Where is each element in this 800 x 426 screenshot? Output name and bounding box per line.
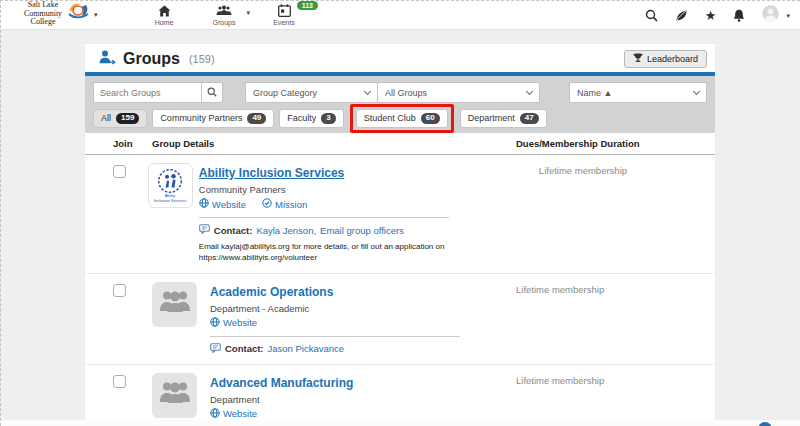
join-checkbox[interactable] (113, 284, 126, 297)
chevron-down-icon (693, 88, 700, 95)
people-group-icon (158, 380, 192, 410)
speech-bubble-icon (210, 343, 221, 355)
globe-icon (210, 408, 220, 420)
top-navbar: Salt Lake Community College ▾ Home (0, 0, 800, 30)
calendar-icon (278, 4, 291, 17)
star-icon[interactable]: ★ (705, 9, 717, 22)
mission-link[interactable]: Mission (262, 198, 307, 210)
leaderboard-button-label: Leaderboard (647, 54, 698, 64)
category-tabs: All 159 Community Partners 49 Faculty 3 … (93, 108, 707, 128)
tab-department[interactable]: Department 47 (460, 109, 547, 128)
page-title-group: Groups (159) (99, 50, 215, 69)
tab-all-label: All (101, 113, 111, 123)
group-details-cell: Ability Inclusion Services Community Par… (199, 163, 539, 264)
all-groups-select[interactable]: All Groups (377, 82, 540, 103)
group-row-academic-operations: Academic Operations Department - Academi… (85, 274, 715, 365)
group-name-link[interactable]: Ability Inclusion Services (199, 166, 344, 180)
search-input[interactable] (93, 82, 201, 103)
contact-line: Contact: Kayla Jenson, Email group offic… (199, 224, 539, 236)
groups-card: Groups (159) Leaderboard (85, 44, 715, 426)
group-category: Department - Academic (210, 303, 516, 314)
row-inner-divider (210, 336, 460, 337)
tab-all-count: 159 (116, 113, 139, 124)
tab-all[interactable]: All 159 (93, 109, 147, 128)
dues-cell: Lifetime membership (539, 163, 715, 264)
globe-icon (199, 198, 209, 210)
logo-caret-icon[interactable]: ▾ (94, 11, 98, 19)
speech-bubble-icon (199, 224, 210, 236)
school-logo[interactable]: Salt Lake Community College ▾ (14, 1, 98, 27)
dues-cell: Lifetime membership (516, 282, 715, 355)
tab-community-partners[interactable]: Community Partners 49 (152, 109, 274, 128)
tab-faculty[interactable]: Faculty 3 (279, 109, 343, 128)
email-group-officers-link[interactable]: Email group officers (320, 225, 404, 236)
bell-icon[interactable] (733, 9, 745, 22)
sort-select-value: Name ▲ (577, 88, 612, 98)
group-category-select-value: Group Category (253, 88, 317, 98)
join-checkbox[interactable] (113, 165, 126, 178)
contact-label: Contact: (214, 225, 253, 236)
groups-icon (216, 4, 232, 17)
search-submit-button[interactable] (201, 82, 223, 103)
groups-card-header: Groups (159) Leaderboard (85, 44, 715, 72)
group-links: Website Mission (199, 198, 539, 210)
all-groups-select-value: All Groups (385, 88, 427, 98)
navbar-utilities: ★ ▾ (645, 0, 790, 30)
user-menu[interactable]: ▾ (762, 5, 790, 26)
nav-groups[interactable]: Groups ▾ (202, 0, 246, 30)
group-logo-caption: Ability Inclusion Services (154, 194, 186, 203)
dues-cell: Lifetime membership (516, 373, 715, 420)
leaderboard-button[interactable]: Leaderboard (624, 50, 707, 68)
search-icon[interactable] (645, 9, 658, 22)
website-link-label: Website (223, 317, 257, 328)
tab-student-club[interactable]: Student Club 60 (356, 109, 448, 128)
nav-home[interactable]: Home (142, 0, 186, 30)
row-inner-divider (199, 217, 449, 218)
leaf-icon[interactable] (675, 9, 688, 22)
events-count-badge: 113 (297, 1, 318, 10)
tab-department-count: 47 (520, 113, 539, 124)
join-checkbox-cell (113, 163, 148, 264)
website-link[interactable]: Website (199, 198, 246, 210)
group-name-link[interactable]: Advanced Manufacturing (210, 376, 353, 390)
table-header-row: Join Group Details Dues/Membership Durat… (85, 133, 715, 155)
group-logo-cell (152, 282, 210, 355)
home-icon (158, 4, 171, 17)
contact-label: Contact: (225, 343, 264, 354)
chevron-down-icon[interactable]: ▾ (246, 9, 250, 17)
filter-strip: Group Category All Groups Name ▲ All 159 (85, 76, 715, 133)
group-row-ability-inclusion-services: Ability Inclusion Services Ability Inclu… (85, 155, 715, 274)
website-link-label: Website (223, 408, 257, 419)
website-link[interactable]: Website (210, 408, 257, 420)
trophy-icon (633, 53, 643, 65)
school-logo-text: Salt Lake Community College (14, 1, 72, 27)
bottom-strip (0, 420, 800, 426)
tab-department-label: Department (468, 113, 515, 123)
contact-line: Contact: Jason Pickavance (210, 343, 516, 355)
nav-events-label: Events (273, 19, 294, 26)
group-logo-cell (152, 373, 210, 420)
mission-link-label: Mission (275, 199, 307, 210)
group-details-cell: Academic Operations Department - Academi… (210, 282, 516, 355)
website-link[interactable]: Website (210, 317, 257, 329)
nav-events[interactable]: Events 113 (262, 0, 306, 30)
globe-icon (210, 317, 220, 329)
contact-person-link[interactable]: Jason Pickavance (268, 343, 345, 354)
annotation-highlight-box: Student Club 60 (350, 104, 454, 133)
contact-person-link[interactable]: Kayla Jenson, (256, 225, 316, 236)
chevron-down-icon: ▾ (786, 12, 790, 20)
column-header-group-details: Group Details (152, 138, 516, 149)
group-name-link[interactable]: Academic Operations (210, 285, 333, 299)
nav-groups-label: Groups (213, 19, 236, 26)
sort-select[interactable]: Name ▲ (569, 82, 707, 103)
filter-row: Group Category All Groups Name ▲ (93, 82, 707, 103)
group-logo[interactable]: Ability Inclusion Services (148, 163, 193, 208)
group-category-select[interactable]: Group Category (245, 82, 378, 103)
join-checkbox[interactable] (113, 375, 126, 388)
group-placeholder-avatar[interactable] (152, 373, 197, 418)
page-title: Groups (123, 50, 180, 68)
group-placeholder-avatar[interactable] (152, 282, 197, 327)
website-link-label: Website (212, 199, 246, 210)
group-category: Department (210, 394, 516, 405)
column-header-dues: Dues/Membership Duration (516, 138, 715, 149)
